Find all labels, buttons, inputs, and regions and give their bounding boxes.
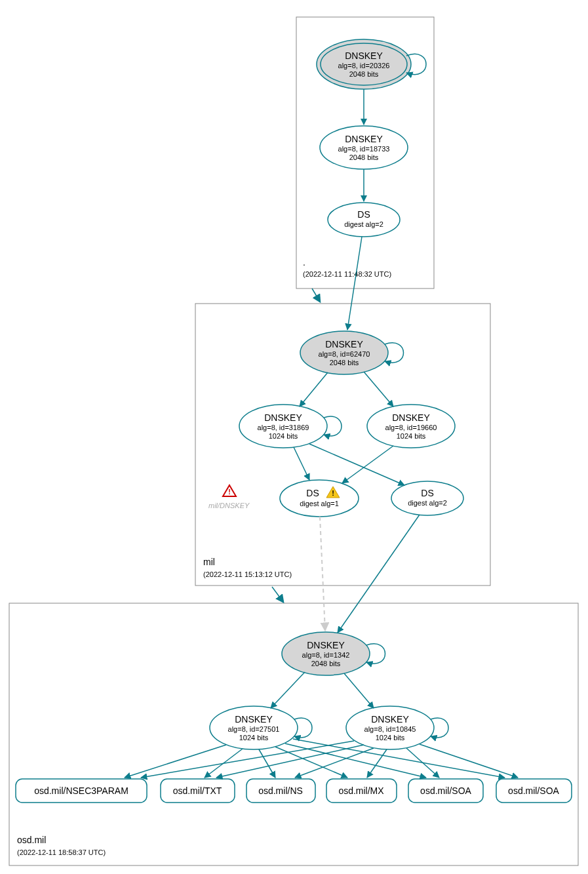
svg-text:1024 bits: 1024 bits	[239, 734, 269, 742]
node-rr-nsec3param: osd.mil/NSEC3PARAM	[16, 779, 147, 803]
edge-mil-ksk-zsk1	[300, 372, 328, 407]
svg-text:alg=8, id=18733: alg=8, id=18733	[338, 145, 390, 153]
svg-text:alg=8, id=31869: alg=8, id=31869	[258, 424, 309, 431]
svg-text:digest alg=2: digest alg=2	[344, 220, 383, 228]
svg-point-28	[391, 481, 463, 515]
svg-text:1024 bits: 1024 bits	[397, 432, 426, 440]
node-mil-ds2: DS digest alg=2	[391, 481, 463, 515]
svg-text:digest alg=2: digest alg=2	[408, 499, 447, 507]
edge-zsk2-rr5	[406, 748, 439, 778]
svg-text:osd.mil/SOA: osd.mil/SOA	[420, 785, 471, 796]
edge-osd-ksk-zsk1	[271, 672, 305, 708]
svg-text:osd.mil/SOA: osd.mil/SOA	[508, 785, 559, 796]
node-rr-soa2: osd.mil/SOA	[496, 779, 572, 803]
node-root-ksk: DNSKEY alg=8, id=20326 2048 bits	[317, 39, 411, 89]
node-root-zsk: DNSKEY alg=8, id=18733 2048 bits	[320, 126, 408, 169]
zone-mil-timestamp: (2022-12-11 15:13:12 UTC)	[203, 570, 292, 578]
zone-osd-timestamp: (2022-12-11 18:58:37 UTC)	[17, 848, 106, 856]
svg-text:alg=8, id=1342: alg=8, id=1342	[302, 651, 350, 659]
node-osd-zsk1: DNSKEY alg=8, id=27501 1024 bits	[210, 706, 298, 749]
svg-text:osd.mil/NS: osd.mil/NS	[258, 785, 303, 796]
svg-text:DNSKEY: DNSKEY	[345, 50, 383, 61]
svg-text:2048 bits: 2048 bits	[349, 153, 379, 161]
svg-text:2048 bits: 2048 bits	[349, 70, 379, 78]
zone-osd-label: osd.mil	[17, 835, 46, 845]
node-rr-txt: osd.mil/TXT	[161, 779, 235, 803]
svg-text:!: !	[332, 489, 334, 497]
svg-text:DNSKEY: DNSKEY	[264, 412, 302, 423]
zone-mil-label: mil	[203, 557, 215, 567]
svg-text:DS: DS	[357, 209, 370, 220]
svg-text:2048 bits: 2048 bits	[311, 660, 341, 667]
node-mil-ds1: DS digest alg=1 !	[280, 480, 359, 517]
svg-text:DS: DS	[306, 488, 319, 498]
edge-mil-ds2-osd-ksk	[338, 515, 420, 633]
svg-text:alg=8, id=20326: alg=8, id=20326	[338, 62, 390, 70]
svg-text:1024 bits: 1024 bits	[269, 432, 298, 440]
svg-text:1024 bits: 1024 bits	[376, 734, 405, 742]
edge-osd-ksk-zsk2	[344, 673, 374, 708]
svg-text:2048 bits: 2048 bits	[330, 359, 359, 367]
svg-text:alg=8, id=10845: alg=8, id=10845	[364, 725, 416, 733]
node-mil-ksk: DNSKEY alg=8, id=62470 2048 bits	[300, 331, 388, 374]
node-root-ds: DS digest alg=2	[328, 203, 400, 237]
svg-text:alg=8, id=19660: alg=8, id=19660	[385, 424, 437, 431]
node-rr-soa1: osd.mil/SOA	[408, 779, 483, 803]
svg-text:DNSKEY: DNSKEY	[345, 134, 383, 144]
edge-zsk1-rr3	[259, 749, 275, 778]
error-label: mil/DNSKEY	[208, 502, 250, 509]
svg-text:DS: DS	[421, 488, 433, 498]
svg-point-24	[280, 480, 359, 517]
zone-root-timestamp: (2022-12-11 11:48:32 UTC)	[303, 270, 391, 278]
svg-text:DNSKEY: DNSKEY	[325, 339, 363, 349]
svg-text:alg=8, id=62470: alg=8, id=62470	[319, 350, 370, 358]
svg-text:DNSKEY: DNSKEY	[235, 714, 273, 725]
svg-text:alg=8, id=27501: alg=8, id=27501	[228, 725, 280, 733]
svg-text:osd.mil/MX: osd.mil/MX	[338, 785, 384, 796]
svg-text:osd.mil/TXT: osd.mil/TXT	[173, 785, 222, 796]
edge-mil-zsk1-ds2	[309, 444, 404, 485]
edge-root-to-mil-zone	[312, 288, 320, 302]
node-rr-ns: osd.mil/NS	[246, 779, 315, 803]
node-mil-zsk2: DNSKEY alg=8, id=19660 1024 bits	[367, 405, 455, 448]
svg-text:!: !	[228, 488, 231, 496]
node-mil-zsk1: DNSKEY alg=8, id=31869 1024 bits	[239, 405, 327, 448]
edge-mil-ds1-osd-ksk	[320, 517, 325, 631]
svg-text:DNSKEY: DNSKEY	[392, 412, 430, 423]
edge-mil-zsk1-ds1	[294, 447, 309, 480]
svg-text:digest alg=1: digest alg=1	[300, 500, 339, 507]
zone-root-label: .	[303, 257, 305, 268]
svg-point-9	[328, 203, 400, 237]
svg-text:osd.mil/NSEC3PARAM: osd.mil/NSEC3PARAM	[34, 785, 128, 796]
edge-zsk2-rr3	[295, 748, 374, 778]
node-osd-zsk2: DNSKEY alg=8, id=10845 1024 bits	[346, 706, 434, 749]
edge-root-ds-mil-ksk	[347, 237, 362, 330]
error-icon: !	[223, 485, 236, 496]
edge-mil-to-osd-zone	[272, 587, 283, 602]
svg-text:DNSKEY: DNSKEY	[307, 640, 345, 650]
edge-mil-ksk-zsk2	[364, 372, 393, 407]
node-rr-mx: osd.mil/MX	[326, 779, 397, 803]
node-osd-ksk: DNSKEY alg=8, id=1342 2048 bits	[282, 632, 370, 675]
svg-text:DNSKEY: DNSKEY	[371, 714, 409, 725]
edge-mil-zsk2-ds1	[342, 446, 393, 483]
edge-zsk2-rr4	[367, 749, 387, 778]
